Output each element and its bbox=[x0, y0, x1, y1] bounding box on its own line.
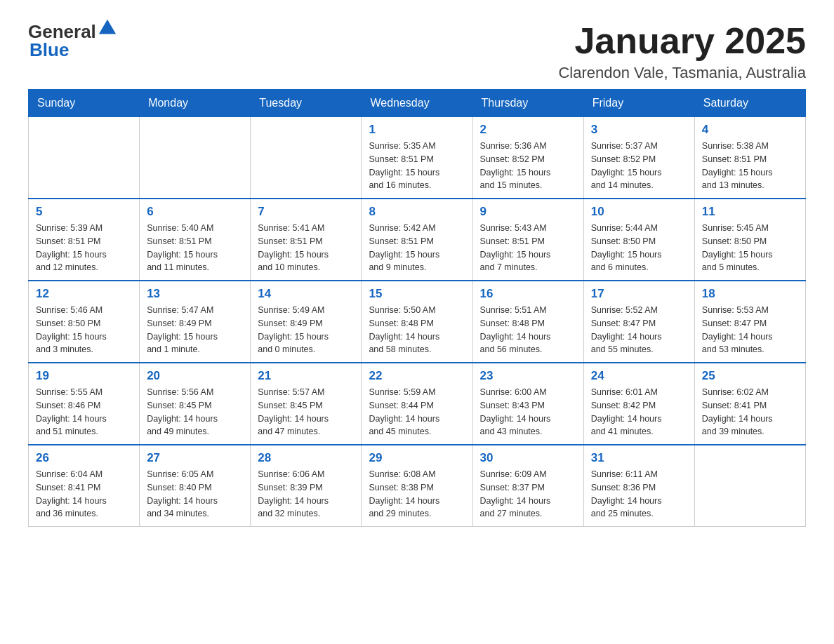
day-info: Sunrise: 5:35 AM Sunset: 8:51 PM Dayligh… bbox=[369, 140, 465, 192]
month-title: January 2025 bbox=[558, 21, 806, 61]
header-friday: Friday bbox=[583, 90, 694, 117]
svg-marker-0 bbox=[99, 20, 116, 34]
day-info: Sunrise: 5:52 AM Sunset: 8:47 PM Dayligh… bbox=[591, 304, 687, 356]
calendar-cell: 31Sunrise: 6:11 AM Sunset: 8:36 PM Dayli… bbox=[583, 445, 694, 527]
day-number: 22 bbox=[369, 369, 465, 383]
day-number: 31 bbox=[591, 451, 687, 465]
calendar-cell: 22Sunrise: 5:59 AM Sunset: 8:44 PM Dayli… bbox=[362, 363, 472, 445]
header-tuesday: Tuesday bbox=[251, 90, 362, 117]
day-info: Sunrise: 6:01 AM Sunset: 8:42 PM Dayligh… bbox=[591, 386, 687, 438]
day-number: 9 bbox=[480, 205, 576, 219]
day-info: Sunrise: 5:41 AM Sunset: 8:51 PM Dayligh… bbox=[258, 222, 354, 274]
header-thursday: Thursday bbox=[472, 90, 583, 117]
day-number: 14 bbox=[258, 287, 354, 301]
logo-blue-text: Blue bbox=[29, 39, 69, 60]
calendar-cell: 17Sunrise: 5:52 AM Sunset: 8:47 PM Dayli… bbox=[583, 281, 694, 363]
day-number: 26 bbox=[36, 451, 132, 465]
calendar-cell: 25Sunrise: 6:02 AM Sunset: 8:41 PM Dayli… bbox=[694, 363, 805, 445]
day-number: 23 bbox=[480, 369, 576, 383]
day-info: Sunrise: 5:55 AM Sunset: 8:46 PM Dayligh… bbox=[36, 386, 132, 438]
logo: General Blue bbox=[28, 21, 117, 59]
day-number: 29 bbox=[369, 451, 465, 465]
day-info: Sunrise: 5:36 AM Sunset: 8:52 PM Dayligh… bbox=[480, 140, 576, 192]
day-number: 24 bbox=[591, 369, 687, 383]
day-info: Sunrise: 5:38 AM Sunset: 8:51 PM Dayligh… bbox=[702, 140, 798, 192]
week-row-2: 5Sunrise: 5:39 AM Sunset: 8:51 PM Daylig… bbox=[29, 199, 806, 281]
day-info: Sunrise: 6:00 AM Sunset: 8:43 PM Dayligh… bbox=[480, 386, 576, 438]
calendar-cell bbox=[251, 117, 362, 199]
header-row: SundayMondayTuesdayWednesdayThursdayFrid… bbox=[29, 90, 806, 117]
day-info: Sunrise: 6:04 AM Sunset: 8:41 PM Dayligh… bbox=[36, 468, 132, 521]
calendar-cell: 26Sunrise: 6:04 AM Sunset: 8:41 PM Dayli… bbox=[29, 445, 140, 527]
calendar-cell: 16Sunrise: 5:51 AM Sunset: 8:48 PM Dayli… bbox=[472, 281, 583, 363]
day-info: Sunrise: 5:57 AM Sunset: 8:45 PM Dayligh… bbox=[258, 386, 354, 438]
calendar-cell: 11Sunrise: 5:45 AM Sunset: 8:50 PM Dayli… bbox=[694, 199, 805, 281]
page-header: General Blue January 2025 Clarendon Vale… bbox=[28, 21, 806, 82]
calendar-cell: 27Sunrise: 6:05 AM Sunset: 8:40 PM Dayli… bbox=[140, 445, 251, 527]
day-info: Sunrise: 6:09 AM Sunset: 8:37 PM Dayligh… bbox=[480, 468, 576, 521]
calendar-table: SundayMondayTuesdayWednesdayThursdayFrid… bbox=[28, 89, 806, 527]
day-info: Sunrise: 5:50 AM Sunset: 8:48 PM Dayligh… bbox=[369, 304, 465, 356]
week-row-4: 19Sunrise: 5:55 AM Sunset: 8:46 PM Dayli… bbox=[29, 363, 806, 445]
day-number: 7 bbox=[258, 205, 354, 219]
calendar-cell bbox=[694, 445, 805, 527]
day-info: Sunrise: 5:39 AM Sunset: 8:51 PM Dayligh… bbox=[36, 222, 132, 274]
calendar-cell: 24Sunrise: 6:01 AM Sunset: 8:42 PM Dayli… bbox=[583, 363, 694, 445]
day-number: 18 bbox=[702, 287, 798, 301]
calendar-cell: 4Sunrise: 5:38 AM Sunset: 8:51 PM Daylig… bbox=[694, 117, 805, 199]
calendar-cell: 13Sunrise: 5:47 AM Sunset: 8:49 PM Dayli… bbox=[140, 281, 251, 363]
day-number: 19 bbox=[36, 369, 132, 383]
day-info: Sunrise: 5:37 AM Sunset: 8:52 PM Dayligh… bbox=[591, 140, 687, 192]
calendar-cell: 9Sunrise: 5:43 AM Sunset: 8:51 PM Daylig… bbox=[472, 199, 583, 281]
day-number: 2 bbox=[480, 123, 576, 137]
header-sunday: Sunday bbox=[29, 90, 140, 117]
day-info: Sunrise: 5:51 AM Sunset: 8:48 PM Dayligh… bbox=[480, 304, 576, 356]
header-monday: Monday bbox=[140, 90, 251, 117]
day-info: Sunrise: 6:11 AM Sunset: 8:36 PM Dayligh… bbox=[591, 468, 687, 521]
day-info: Sunrise: 5:42 AM Sunset: 8:51 PM Dayligh… bbox=[369, 222, 465, 274]
day-number: 13 bbox=[147, 287, 243, 301]
calendar-cell: 12Sunrise: 5:46 AM Sunset: 8:50 PM Dayli… bbox=[29, 281, 140, 363]
day-info: Sunrise: 5:53 AM Sunset: 8:47 PM Dayligh… bbox=[702, 304, 798, 356]
calendar-cell: 21Sunrise: 5:57 AM Sunset: 8:45 PM Dayli… bbox=[251, 363, 362, 445]
calendar-cell: 6Sunrise: 5:40 AM Sunset: 8:51 PM Daylig… bbox=[140, 199, 251, 281]
day-info: Sunrise: 6:05 AM Sunset: 8:40 PM Dayligh… bbox=[147, 468, 243, 521]
day-number: 30 bbox=[480, 451, 576, 465]
day-number: 10 bbox=[591, 205, 687, 219]
calendar-cell: 3Sunrise: 5:37 AM Sunset: 8:52 PM Daylig… bbox=[583, 117, 694, 199]
day-number: 28 bbox=[258, 451, 354, 465]
day-info: Sunrise: 5:44 AM Sunset: 8:50 PM Dayligh… bbox=[591, 222, 687, 274]
calendar-cell: 2Sunrise: 5:36 AM Sunset: 8:52 PM Daylig… bbox=[472, 117, 583, 199]
calendar-cell: 23Sunrise: 6:00 AM Sunset: 8:43 PM Dayli… bbox=[472, 363, 583, 445]
calendar-cell: 5Sunrise: 5:39 AM Sunset: 8:51 PM Daylig… bbox=[29, 199, 140, 281]
day-number: 8 bbox=[369, 205, 465, 219]
calendar-cell bbox=[140, 117, 251, 199]
calendar-cell: 18Sunrise: 5:53 AM Sunset: 8:47 PM Dayli… bbox=[694, 281, 805, 363]
day-info: Sunrise: 5:47 AM Sunset: 8:49 PM Dayligh… bbox=[147, 304, 243, 356]
day-info: Sunrise: 6:08 AM Sunset: 8:38 PM Dayligh… bbox=[369, 468, 465, 521]
calendar-cell: 28Sunrise: 6:06 AM Sunset: 8:39 PM Dayli… bbox=[251, 445, 362, 527]
day-number: 4 bbox=[702, 123, 798, 137]
day-number: 20 bbox=[147, 369, 243, 383]
day-number: 12 bbox=[36, 287, 132, 301]
day-info: Sunrise: 5:43 AM Sunset: 8:51 PM Dayligh… bbox=[480, 222, 576, 274]
day-number: 1 bbox=[369, 123, 465, 137]
day-number: 15 bbox=[369, 287, 465, 301]
day-number: 16 bbox=[480, 287, 576, 301]
calendar-cell: 29Sunrise: 6:08 AM Sunset: 8:38 PM Dayli… bbox=[362, 445, 472, 527]
day-number: 5 bbox=[36, 205, 132, 219]
calendar-cell bbox=[29, 117, 140, 199]
calendar-cell: 7Sunrise: 5:41 AM Sunset: 8:51 PM Daylig… bbox=[251, 199, 362, 281]
week-row-5: 26Sunrise: 6:04 AM Sunset: 8:41 PM Dayli… bbox=[29, 445, 806, 527]
header-saturday: Saturday bbox=[694, 90, 805, 117]
calendar-cell: 1Sunrise: 5:35 AM Sunset: 8:51 PM Daylig… bbox=[362, 117, 472, 199]
day-info: Sunrise: 5:46 AM Sunset: 8:50 PM Dayligh… bbox=[36, 304, 132, 356]
day-info: Sunrise: 6:06 AM Sunset: 8:39 PM Dayligh… bbox=[258, 468, 354, 521]
day-number: 11 bbox=[702, 205, 798, 219]
week-row-3: 12Sunrise: 5:46 AM Sunset: 8:50 PM Dayli… bbox=[29, 281, 806, 363]
day-number: 3 bbox=[591, 123, 687, 137]
day-info: Sunrise: 5:49 AM Sunset: 8:49 PM Dayligh… bbox=[258, 304, 354, 356]
day-info: Sunrise: 5:45 AM Sunset: 8:50 PM Dayligh… bbox=[702, 222, 798, 274]
day-number: 27 bbox=[147, 451, 243, 465]
day-number: 17 bbox=[591, 287, 687, 301]
